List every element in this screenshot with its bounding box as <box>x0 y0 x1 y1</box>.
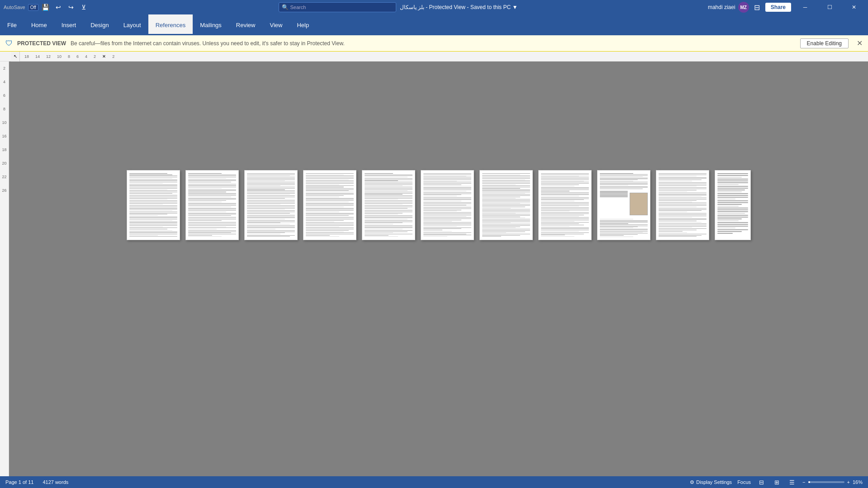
zoom-slider[interactable] <box>808 481 844 483</box>
autosave-toggle[interactable]: Off <box>28 4 38 11</box>
status-bar-right: ⚙ Display Settings Focus ⊟ ⊞ ☰ − + 16% <box>690 478 863 486</box>
ruler-numbers: 18 14 12 10 8 6 4 2 ✕ 2 <box>20 54 114 59</box>
page-8[interactable] <box>538 170 592 240</box>
protected-view-message: Be careful—files from the Internet can c… <box>71 40 796 47</box>
ribbon: File Home Insert Design Layout Reference… <box>0 14 868 35</box>
zoom-out-button[interactable]: − <box>802 479 805 485</box>
page-7[interactable] <box>479 170 533 240</box>
page-4[interactable] <box>303 170 356 240</box>
title-bar-right: mahdi ziaei MZ ⊟ Share ─ ☐ ✕ <box>708 0 864 14</box>
status-bar: Page 1 of 11 4127 words ⚙ Display Settin… <box>0 476 868 488</box>
page-5[interactable] <box>362 170 415 240</box>
page-10[interactable] <box>656 170 709 240</box>
tab-references[interactable]: References <box>148 14 193 35</box>
read-mode-view-button[interactable]: ☰ <box>787 478 797 486</box>
display-settings[interactable]: ⚙ Display Settings <box>690 479 732 485</box>
protected-view-title: PROTECTED VIEW <box>17 40 66 47</box>
title-bar: AutoSave Off 💾 ↩ ↪ ⊻ 🔍 بلز پاسکال - Prot… <box>0 0 868 14</box>
tab-review[interactable]: Review <box>229 14 263 35</box>
tab-mailings[interactable]: Mailings <box>193 14 229 35</box>
doc-title: بلز پاسکال - Protected View - Saved to t… <box>400 4 518 10</box>
minimize-button[interactable]: ─ <box>795 0 816 14</box>
search-bar[interactable]: 🔍 <box>279 2 396 12</box>
page-2[interactable] <box>185 170 239 240</box>
user-avatar[interactable]: MZ <box>738 2 749 13</box>
title-bar-left: AutoSave Off 💾 ↩ ↪ ⊻ <box>4 3 88 12</box>
tab-layout[interactable]: Layout <box>116 14 148 35</box>
restore-button[interactable]: ☐ <box>819 0 840 14</box>
web-layout-view-button[interactable]: ⊞ <box>772 478 782 486</box>
display-settings-icon: ⚙ <box>690 479 694 485</box>
focus-button[interactable]: Focus <box>737 479 751 485</box>
protected-view-bar: 🛡 PROTECTED VIEW Be careful—files from t… <box>0 35 868 52</box>
shield-icon: 🛡 <box>5 39 13 47</box>
enable-editing-button[interactable]: Enable Editing <box>800 38 849 48</box>
tab-file[interactable]: File <box>0 14 24 35</box>
search-icon: 🔍 <box>282 4 289 10</box>
quick-access-toolbar: 💾 ↩ ↪ ⊻ <box>41 3 88 12</box>
title-center: 🔍 بلز پاسکال - Protected View - Saved to… <box>92 2 704 12</box>
ruler-corner[interactable]: ↖ <box>11 52 20 62</box>
zoom-level: 16% <box>853 479 863 485</box>
print-layout-view-button[interactable]: ⊟ <box>756 478 766 486</box>
pages-row <box>127 170 751 240</box>
undo2-icon[interactable]: ↪ <box>66 3 76 12</box>
share-button[interactable]: Share <box>765 3 791 12</box>
search-input[interactable] <box>290 5 393 10</box>
vertical-ruler: 2 4 6 8 10 16 18 20 22 26 <box>0 62 9 476</box>
protected-view-close-icon[interactable]: ✕ <box>857 39 863 47</box>
tab-home[interactable]: Home <box>24 14 54 35</box>
document-area[interactable] <box>9 62 868 476</box>
save-icon[interactable]: 💾 <box>41 3 50 12</box>
undo-icon[interactable]: ↩ <box>54 3 63 12</box>
autosave-label: AutoSave <box>4 5 25 10</box>
page-9[interactable] <box>597 170 650 240</box>
page-info: Page 1 of 11 <box>5 479 33 485</box>
tab-help[interactable]: Help <box>289 14 316 35</box>
zoom-fill <box>808 481 810 483</box>
ribbon-display-icon[interactable]: ⊟ <box>753 3 762 12</box>
user-info: mahdi ziaei MZ <box>708 2 749 13</box>
page-image <box>630 193 648 215</box>
zoom-control: − + 16% <box>802 479 863 485</box>
user-name: mahdi ziaei <box>708 4 735 10</box>
customize-icon[interactable]: ⊻ <box>79 3 88 12</box>
tab-insert[interactable]: Insert <box>54 14 84 35</box>
page-11[interactable] <box>715 170 751 240</box>
zoom-in-button[interactable]: + <box>847 479 850 485</box>
main-area: 2 4 6 8 10 16 18 20 22 26 <box>0 62 868 476</box>
close-button[interactable]: ✕ <box>844 0 864 14</box>
page-6[interactable] <box>421 170 474 240</box>
word-count: 4127 words <box>43 479 68 485</box>
page-3[interactable] <box>244 170 298 240</box>
horizontal-ruler: ↖ 18 14 12 10 8 6 4 2 ✕ 2 <box>0 52 868 62</box>
page-1[interactable] <box>127 170 180 240</box>
tab-view[interactable]: View <box>262 14 289 35</box>
tab-design[interactable]: Design <box>83 14 116 35</box>
